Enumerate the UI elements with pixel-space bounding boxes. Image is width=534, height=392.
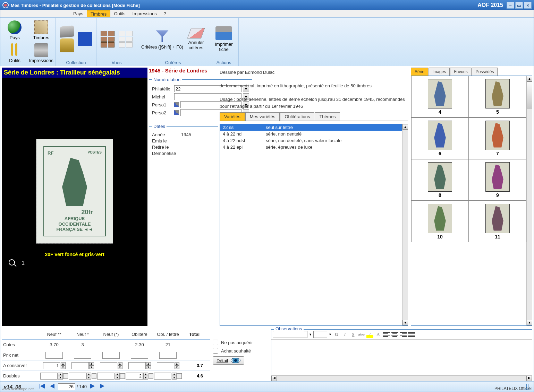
gallery-tab-images[interactable]: Images [429, 68, 450, 76]
svg-marker-5 [105, 384, 105, 389]
varieties-scrollbar[interactable]: ▲▼ [402, 124, 408, 325]
conserver-neufp[interactable] [100, 362, 117, 369]
last-record-button[interactable] [98, 383, 106, 390]
gallery-item[interactable]: 8 [411, 159, 469, 201]
zoom-icon[interactable] [9, 259, 15, 265]
nav-pays-button[interactable]: Pays [2, 19, 28, 42]
next-record-button[interactable] [88, 383, 96, 390]
stamp-preview: RFPOSTES 20fr AFRIQUE OCCIDENTALE FRANÇA… [2, 78, 147, 326]
gallery-item[interactable]: 7 [469, 117, 526, 159]
gallery-item[interactable]: 9 [469, 159, 526, 201]
spinner[interactable]: ▲▼ [61, 362, 66, 369]
underline-button[interactable]: S [350, 331, 357, 338]
gallery-item[interactable]: 4 [411, 76, 469, 117]
stamp-image[interactable]: RFPOSTES 20fr AFRIQUE OCCIDENTALE FRANÇA… [36, 139, 113, 243]
variety-row[interactable]: 4 à 22 ndsérie, non dentelé [220, 131, 408, 137]
prixnet-neufss[interactable] [45, 352, 63, 359]
collection-folder-icon[interactable] [60, 25, 74, 37]
observations-hscroll[interactable]: ◀▶ [271, 375, 532, 381]
price-table: Neuf ** Neuf * Neuf (*) Oblitéré Obl. / … [2, 329, 210, 381]
tab-themes[interactable]: Thèmes [315, 112, 340, 121]
gallery-scrollbar[interactable]: ▲▼ [526, 76, 532, 325]
gallery-tab-possedes[interactable]: Possédés [472, 68, 498, 76]
zoom-level[interactable]: 1 [22, 260, 24, 265]
svg-marker-1 [40, 384, 45, 389]
prixnet-neufs[interactable] [74, 352, 91, 359]
nav-timbres-button[interactable]: Timbres [28, 19, 54, 42]
print-card-button[interactable]: Imprimer fiche [213, 26, 234, 52]
tab-cancellations[interactable]: Oblitérations [280, 112, 314, 121]
no-acquire-checkbox[interactable] [213, 340, 218, 345]
strike-button[interactable]: abc [358, 331, 365, 338]
align-center-button[interactable] [391, 331, 398, 338]
align-justify-button[interactable] [408, 331, 415, 338]
doubles-obllettre[interactable] [154, 373, 171, 380]
nav-outils-button[interactable]: Outils [2, 42, 28, 65]
first-record-button[interactable] [39, 383, 47, 390]
align-right-button[interactable] [400, 331, 407, 338]
highlight-button[interactable]: ∕ [366, 331, 373, 338]
stamp-silhouette [54, 158, 95, 206]
record-position-input[interactable] [58, 383, 75, 390]
conserver-row: A conserver ▲▼ ▲▼ ▲▼ ▲▼ ▲▼ 3.7 [2, 360, 210, 371]
minimize-button[interactable]: – [507, 2, 514, 9]
prixnet-obl[interactable] [131, 352, 148, 359]
gallery-item[interactable]: 5 [469, 76, 526, 117]
wanted-checkbox[interactable] [213, 348, 218, 354]
prixnet-neufp[interactable] [102, 352, 120, 359]
nav-impressions-button[interactable]: Impressions [28, 42, 54, 65]
font-combo[interactable] [273, 331, 307, 338]
maximize-button[interactable]: ▭ [515, 2, 523, 9]
conserver-obl[interactable] [128, 362, 146, 369]
criteria-button[interactable]: Critères ([Shift] + F8) [141, 29, 183, 50]
view-list-icon[interactable] [119, 31, 133, 47]
align-left-button[interactable] [383, 331, 390, 338]
doubles-neufp[interactable] [97, 373, 115, 380]
gallery-item[interactable]: 6 [411, 117, 469, 159]
pen-icon [174, 110, 179, 115]
close-button[interactable]: × [524, 2, 532, 9]
gallery-tab-serie[interactable]: Série [411, 68, 428, 76]
eye-icon [231, 358, 240, 363]
stamp-caption: 20F vert foncé et gris-vert [45, 252, 104, 257]
doubles-neufs[interactable] [69, 373, 86, 380]
prixnet-obllettre[interactable] [159, 352, 177, 359]
varieties-list[interactable]: 22 sslseul sur lettre 4 à 22 ndsérie, no… [220, 124, 408, 326]
observations-editor[interactable] [271, 340, 532, 375]
menu-help[interactable]: ? [160, 10, 170, 17]
clear-criteria-button[interactable]: Annuler critères [187, 28, 205, 50]
menu-pays[interactable]: Pays [70, 10, 87, 17]
gallery-item[interactable]: 11 [469, 201, 526, 242]
variety-row[interactable]: 22 sslseul sur lettre [220, 124, 408, 131]
view-thumbnails-icon[interactable] [101, 31, 115, 47]
doubles-neufss[interactable] [40, 373, 58, 380]
gallery-tab-favoris[interactable]: Favoris [450, 68, 471, 76]
menu-timbres[interactable]: Timbres [87, 10, 110, 17]
gallery-item[interactable]: 10 [411, 201, 469, 242]
italic-button[interactable]: I [341, 331, 348, 338]
calc-icon[interactable] [63, 373, 68, 379]
menu-bar: Pays Timbres Outils Impressions ? [0, 10, 534, 18]
funnel-icon [155, 29, 169, 43]
tab-my-varieties[interactable]: Mes variétés [245, 112, 280, 121]
stamp-title: Série de Londres : Tirailleur sénégalais [2, 68, 147, 78]
menu-impressions[interactable]: Impressions [129, 10, 160, 17]
save-icon[interactable] [78, 32, 92, 46]
conserver-neufss[interactable] [43, 362, 60, 369]
size-combo[interactable] [313, 331, 327, 338]
doubles-obl[interactable] [126, 373, 143, 380]
variety-row[interactable]: 4 à 22 eplsérie, épreuves de luxe [220, 144, 408, 150]
prev-record-button[interactable] [48, 383, 57, 390]
detail-button[interactable]: Détail [213, 356, 244, 365]
collection-open-icon[interactable] [60, 38, 74, 52]
conserver-obllettre[interactable] [157, 362, 174, 369]
svg-marker-2 [50, 384, 54, 389]
conserver-neufs[interactable] [71, 362, 89, 369]
observations-legend: Observations [274, 326, 304, 331]
bold-button[interactable]: G [333, 331, 340, 338]
fontcolor-button[interactable]: A [375, 331, 382, 338]
variety-row[interactable]: 4 à 22 ndsfsérie, non dentelé, sans vale… [220, 137, 408, 144]
menu-outils[interactable]: Outils [110, 10, 129, 17]
stamp-description: Dessiné par Edmond Dulac de format verti… [220, 68, 408, 110]
tab-varieties[interactable]: Variétés [220, 112, 245, 121]
